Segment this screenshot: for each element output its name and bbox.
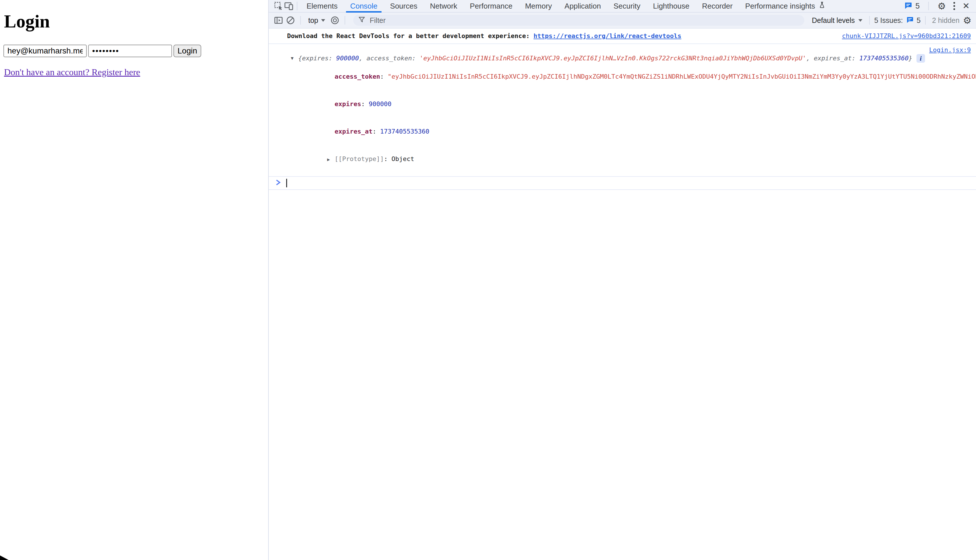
object-property-access-token: access_token: "eyJhbGciOiJIUzI1NiIsInR5c… <box>304 63 976 90</box>
devtools-panel: Elements Console Sources Network Perform… <box>268 0 976 560</box>
divider <box>344 16 345 25</box>
issues-badge[interactable]: 5 <box>904 1 919 11</box>
console-sidebar-toggle-icon[interactable] <box>273 15 284 25</box>
tabbar-right-controls: 5 ⚙ ✕ <box>904 1 970 11</box>
react-devtools-message: Download the React DevTools for a better… <box>287 32 533 40</box>
divider <box>869 16 870 25</box>
hidden-messages-label: 2 hidden <box>930 16 961 25</box>
console-prompt[interactable] <box>269 177 976 190</box>
devtools-tabbar: Elements Console Sources Network Perform… <box>269 0 976 13</box>
object-property-expires: expires: 900000 <box>304 90 976 118</box>
tab-elements[interactable]: Elements <box>300 0 344 12</box>
tab-sources[interactable]: Sources <box>384 0 424 12</box>
email-field[interactable] <box>3 45 87 57</box>
devtools-tabs: Elements Console Sources Network Perform… <box>300 0 832 12</box>
prompt-chevron-icon <box>275 179 282 187</box>
chevron-down-icon <box>858 19 862 22</box>
object-preview-line: ▼ {expires: 900000 , access_token: 'eyJh… <box>291 54 976 63</box>
divider <box>925 16 926 25</box>
log-levels-selector[interactable]: Default levels <box>809 16 864 25</box>
more-options-icon[interactable] <box>952 1 957 11</box>
console-messages: Download the React DevTools for a better… <box>269 28 976 190</box>
login-form: Login <box>3 45 201 57</box>
text-cursor <box>286 179 287 187</box>
inspect-element-icon[interactable] <box>273 1 284 11</box>
corner-artifact <box>0 555 8 560</box>
tab-console[interactable]: Console <box>344 0 384 12</box>
object-prototype-row: ▶[[Prototype]]: Object <box>297 145 976 173</box>
console-settings-gear-icon[interactable]: ⚙ <box>963 16 971 25</box>
login-button[interactable]: Login <box>174 45 201 57</box>
expand-arrow-icon[interactable]: ▶ <box>327 155 334 164</box>
react-devtools-link[interactable]: https://reactjs.org/link/react-devtools <box>533 32 682 40</box>
chevron-down-icon <box>321 19 325 22</box>
register-link[interactable]: Don't have an account? Register here <box>4 67 140 78</box>
info-icon[interactable]: i <box>916 54 925 63</box>
live-expression-icon[interactable] <box>330 15 340 25</box>
clear-console-icon[interactable] <box>285 15 296 25</box>
tab-security[interactable]: Security <box>607 0 647 12</box>
divider <box>928 2 929 10</box>
console-row-object-log: Login.jsx:9 ▼ {expires: 900000 , access_… <box>269 44 976 177</box>
login-page: Login Login Don't have an account? Regis… <box>0 0 268 560</box>
tab-performance-insights[interactable]: Performance insights <box>739 0 832 12</box>
tab-performance[interactable]: Performance <box>464 0 519 12</box>
issues-icon <box>904 1 912 11</box>
console-row-react-devtools: Download the React DevTools for a better… <box>269 28 976 44</box>
object-property-expires-at: expires_at: 1737405535360 <box>304 118 976 145</box>
page-title: Login <box>4 11 50 32</box>
flask-icon <box>818 1 826 11</box>
divider <box>300 16 301 25</box>
source-link-login-jsx[interactable]: Login.jsx:9 <box>929 46 971 53</box>
console-toolbar: top Default levels 5 Issues: <box>269 13 976 28</box>
filter-input[interactable] <box>369 16 800 25</box>
tab-memory[interactable]: Memory <box>519 0 558 12</box>
divider <box>297 2 297 10</box>
issues-counter[interactable]: 5 Issues: 5 <box>874 16 921 25</box>
tab-lighthouse[interactable]: Lighthouse <box>647 0 695 12</box>
filter-box[interactable] <box>353 15 805 26</box>
tab-recorder[interactable]: Recorder <box>696 0 739 12</box>
source-link-chunk[interactable]: chunk-VIJJTZRL.js?v=960bd321:21609 <box>842 32 971 40</box>
device-toolbar-icon[interactable] <box>284 1 294 11</box>
tab-application[interactable]: Application <box>558 0 607 12</box>
tab-network[interactable]: Network <box>424 0 463 12</box>
collapse-arrow-icon[interactable]: ▼ <box>291 54 298 63</box>
filter-funnel-icon <box>358 16 366 25</box>
issues-icon <box>906 16 914 25</box>
execution-context-selector[interactable]: top <box>306 16 328 25</box>
close-icon[interactable]: ✕ <box>963 2 970 10</box>
settings-gear-icon[interactable]: ⚙ <box>938 2 946 11</box>
password-field[interactable] <box>88 45 172 57</box>
